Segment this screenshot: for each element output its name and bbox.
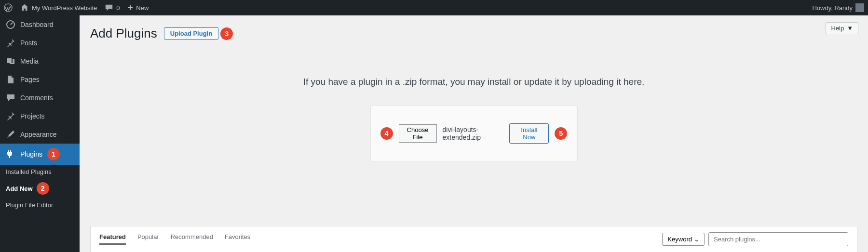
sidebar-label: Projects xyxy=(20,112,45,120)
filter-tabs: Featured Popular Recommended Favorites xyxy=(99,233,250,245)
sidebar-label: Posts xyxy=(20,39,37,47)
sidebar-label: Media xyxy=(20,57,39,65)
comment-icon xyxy=(105,3,113,12)
search-type-label: Keyword xyxy=(667,236,692,243)
new-label: New xyxy=(136,4,149,12)
chevron-down-icon: ⌄ xyxy=(694,236,699,243)
new-content-link[interactable]: + New xyxy=(128,3,149,13)
sidebar-sub-plugin-editor[interactable]: Plugin File Editor xyxy=(0,198,80,212)
sidebar-label: Pages xyxy=(20,76,40,83)
sidebar-label: Appearance xyxy=(20,131,57,138)
plugin-icon xyxy=(6,149,15,159)
sidebar-label: Plugins xyxy=(20,150,42,158)
install-now-button[interactable]: Install Now xyxy=(509,123,549,144)
page-header: Add Plugins Upload Plugin 3 xyxy=(90,15,857,41)
sidebar-item-media[interactable]: Media xyxy=(0,52,80,70)
account-link[interactable]: Howdy, Randy xyxy=(812,3,864,12)
wp-logo[interactable] xyxy=(4,3,13,12)
pin-icon xyxy=(6,111,15,121)
pin-icon xyxy=(6,38,15,48)
page-title: Add Plugins xyxy=(90,26,157,41)
dashboard-icon xyxy=(6,20,15,29)
sidebar-label: Comments xyxy=(20,94,53,102)
upload-hint: If you have a plugin in a .zip format, y… xyxy=(90,77,857,87)
chevron-down-icon: ▼ xyxy=(847,25,853,32)
tab-favorites[interactable]: Favorites xyxy=(225,233,250,245)
sidebar-sub-label: Plugin File Editor xyxy=(6,201,53,209)
main-content: Help ▼ Add Plugins Upload Plugin 3 If yo… xyxy=(80,15,868,252)
plugin-filter-bar: Featured Popular Recommended Favorites K… xyxy=(90,226,857,252)
sidebar-item-comments[interactable]: Comments xyxy=(0,89,80,107)
media-icon xyxy=(6,56,15,66)
annotation-badge-2: 2 xyxy=(37,182,49,195)
admin-bar: My WordPress Website 0 + New Howdy, Rand… xyxy=(0,0,868,15)
selected-file-name: divi-layouts-extended.zip xyxy=(443,126,504,141)
plus-icon: + xyxy=(128,3,134,13)
page-icon xyxy=(6,75,15,84)
site-name: My WordPress Website xyxy=(32,4,97,12)
sidebar-label: Dashboard xyxy=(20,21,54,28)
annotation-badge-5: 5 xyxy=(555,127,567,140)
search-plugins-input[interactable] xyxy=(708,232,848,246)
comments-count: 0 xyxy=(116,4,120,12)
sidebar-item-projects[interactable]: Projects xyxy=(0,107,80,125)
tab-recommended[interactable]: Recommended xyxy=(171,233,213,245)
tab-popular[interactable]: Popular xyxy=(137,233,159,245)
site-link[interactable]: My WordPress Website xyxy=(20,3,97,12)
upload-plugin-button[interactable]: Upload Plugin xyxy=(164,27,218,40)
annotation-badge-1: 1 xyxy=(47,148,60,160)
plugins-submenu: Installed Plugins Add New 2 Plugin File … xyxy=(0,165,80,212)
admin-sidebar: Dashboard Posts Media Pages Comments Pro… xyxy=(0,15,80,252)
sidebar-sub-add-new[interactable]: Add New 2 xyxy=(0,179,80,198)
sidebar-item-posts[interactable]: Posts xyxy=(0,34,80,52)
comment-icon xyxy=(6,93,15,103)
sidebar-item-appearance[interactable]: Appearance xyxy=(0,125,80,144)
help-container: Help ▼ xyxy=(826,22,858,34)
sidebar-sub-installed-plugins[interactable]: Installed Plugins xyxy=(0,165,80,179)
upload-form: 4 Choose File divi-layouts-extended.zip … xyxy=(370,106,578,161)
annotation-badge-4: 4 xyxy=(380,127,393,140)
sidebar-sub-label: Installed Plugins xyxy=(6,168,52,175)
sidebar-sub-label: Add New xyxy=(6,185,33,192)
help-toggle[interactable]: Help ▼ xyxy=(826,22,858,34)
wordpress-icon xyxy=(4,3,13,12)
avatar xyxy=(855,3,864,12)
sidebar-item-pages[interactable]: Pages xyxy=(0,70,80,89)
sidebar-item-plugins[interactable]: Plugins 1 xyxy=(0,144,80,165)
sidebar-item-dashboard[interactable]: Dashboard xyxy=(0,15,80,34)
greeting: Howdy, Randy xyxy=(812,4,853,12)
search-type-select[interactable]: Keyword ⌄ xyxy=(662,233,705,246)
brush-icon xyxy=(6,130,15,139)
comments-link[interactable]: 0 xyxy=(105,3,120,12)
tab-featured[interactable]: Featured xyxy=(99,233,126,245)
choose-file-button[interactable]: Choose File xyxy=(399,124,437,143)
annotation-badge-3: 3 xyxy=(220,27,233,40)
help-label: Help xyxy=(831,25,844,32)
home-icon xyxy=(20,3,29,12)
